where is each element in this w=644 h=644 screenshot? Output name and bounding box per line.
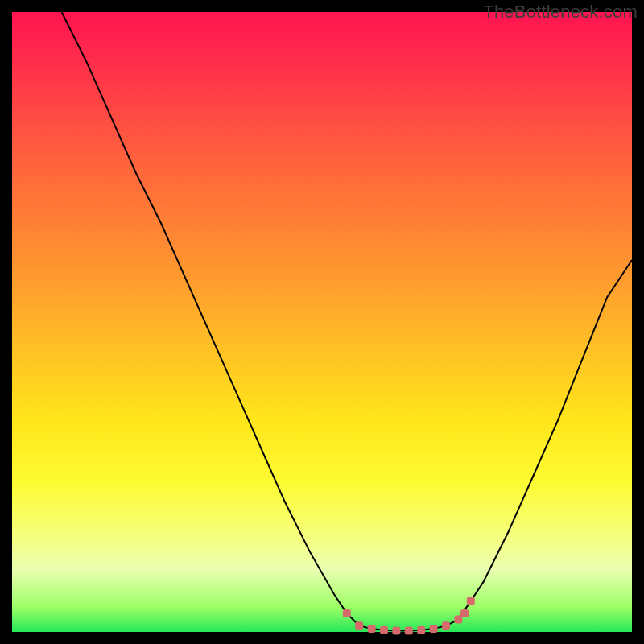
marker-dot xyxy=(430,625,438,633)
chart-svg xyxy=(12,12,632,632)
marker-dot xyxy=(343,609,351,617)
curve-left-branch xyxy=(62,12,360,625)
chart-plot-area xyxy=(12,12,632,632)
marker-highlight-group xyxy=(343,597,475,635)
curve-right-branch xyxy=(458,260,632,620)
watermark-text: TheBottleneck.com xyxy=(483,2,638,23)
marker-dot xyxy=(467,597,475,605)
marker-dot xyxy=(392,627,400,635)
marker-dot xyxy=(380,626,388,634)
marker-dot xyxy=(405,627,413,635)
marker-dot xyxy=(368,625,376,633)
marker-dot xyxy=(355,621,363,630)
marker-dot xyxy=(460,609,469,617)
marker-dot xyxy=(454,616,462,624)
marker-dot xyxy=(442,621,450,630)
chart-stage: TheBottleneck.com xyxy=(0,0,644,644)
marker-dot xyxy=(417,626,425,634)
